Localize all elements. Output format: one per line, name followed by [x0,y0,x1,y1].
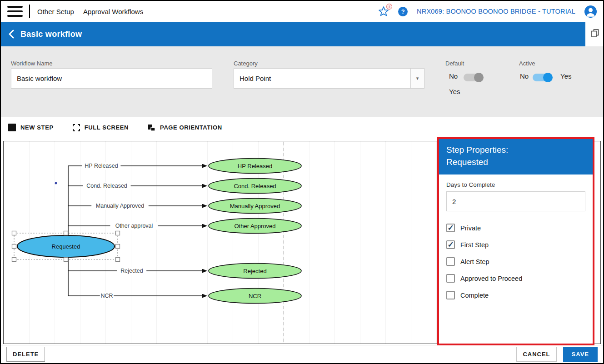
page-orientation-icon [148,124,155,131]
node-label: Requested [52,243,80,250]
hamburger-menu-icon[interactable] [7,6,23,17]
checkbox-unchecked-icon[interactable] [446,257,455,266]
transition-label[interactable]: Rejected [120,268,143,274]
breadcrumb-other-setup[interactable]: Other Setup [37,8,74,15]
back-button[interactable] [8,30,14,39]
checkbox-row-private[interactable]: ✓Private [446,224,585,232]
active-no-label: No [520,72,529,80]
cancel-button[interactable]: CANCEL [516,347,556,362]
checkbox-label: First Step [460,241,489,249]
toggle-knob [543,73,553,82]
transition-label[interactable]: HP Released [85,163,118,169]
full-screen-label: FULL SCREEN [85,124,129,131]
category-value: Hold Point [234,75,410,82]
stray-point [55,182,57,184]
save-button[interactable]: SAVE [563,347,598,362]
delete-button[interactable]: DELETE [6,347,45,362]
step-options-list: ✓Private✓First StepAlert StepApproved to… [446,224,585,299]
workflow-name-label: Workflow Name [11,60,53,67]
node-label: NCR [249,293,261,299]
top-bar: Other Setup Approval Workflows i ? NRX06… [1,1,603,22]
active-toggle[interactable] [533,74,552,81]
canvas-region: HP ReleasedCond. ReleasedManually Approv… [1,138,603,345]
breadcrumb: Other Setup Approval Workflows [37,8,143,15]
selection-handle[interactable] [64,258,68,262]
category-label: Category [234,60,258,67]
node-label: Other Approved [234,223,275,229]
checkbox-checked-icon[interactable]: ✓ [446,224,455,232]
footer-bar: DELETE CANCEL SAVE [1,345,603,363]
checkbox-unchecked-icon[interactable] [446,274,455,283]
workflow-form: Workflow Name Category Hold Point ▾ Defa… [1,46,603,117]
selection-handle[interactable] [116,258,120,262]
default-toggle[interactable] [464,74,483,81]
new-step-button[interactable]: NEW STEP [8,124,54,131]
category-select[interactable]: Hold Point ▾ [234,68,424,89]
default-label: Default [445,60,464,67]
checkbox-row-complete[interactable]: Complete [446,291,585,299]
selection-handle[interactable] [12,231,16,235]
page-header: Basic workflow [1,22,585,46]
step-properties-title-line2: Requested [446,156,585,169]
full-screen-icon [73,124,80,131]
project-selector[interactable]: NRX069: BOONOO BOONOO BRIDGE - TUTORIAL [417,8,575,15]
selection-handle[interactable] [12,258,16,262]
transition-label[interactable]: Cond. Released [86,183,127,189]
new-step-label: NEW STEP [20,124,54,131]
checkbox-row-approved-to-proceed[interactable]: Approved to Proceed [446,274,585,283]
person-icon [584,5,597,18]
checkbox-label: Alert Step [460,258,489,265]
node-label: HP Released [238,163,272,170]
step-properties-panel: Step Properties: Requested Days to Compl… [437,137,594,345]
page-orientation-label: PAGE ORIENTATION [160,124,222,131]
copy-icon[interactable] [591,29,599,39]
default-no-label: No [449,72,458,80]
selection-handle[interactable] [12,244,16,249]
transition-label[interactable]: Manually Approved [96,203,144,209]
full-screen-button[interactable]: FULL SCREEN [73,124,129,131]
step-properties-title-line1: Step Properties: [446,144,585,156]
checkbox-row-first-step[interactable]: ✓First Step [446,240,585,249]
user-avatar[interactable] [584,5,597,18]
new-step-icon [8,124,16,131]
node-label: Manually Approved [230,203,280,209]
page-title: Basic workflow [20,30,82,39]
default-yes-label: Yes [449,88,460,95]
chevron-left-icon [8,30,14,39]
checkbox-unchecked-icon[interactable] [446,291,455,299]
topbar-right: i ? NRX069: BOONOO BOONOO BRIDGE - TUTOR… [378,5,599,18]
days-to-complete-input[interactable] [446,191,585,211]
checkbox-label: Private [460,224,481,232]
selection-handle[interactable] [64,231,68,235]
breadcrumb-approval-workflows[interactable]: Approval Workflows [83,8,143,15]
checkbox-label: Complete [460,292,489,299]
step-properties-title: Step Properties: Requested [439,139,593,175]
transition-label[interactable]: NCR [100,293,113,299]
chevron-down-icon[interactable]: ▾ [410,69,424,88]
toggle-knob [474,73,484,82]
node-label: Cond. Released [234,183,276,189]
node-label: Rejected [243,268,266,274]
checkbox-label: Approved to Proceed [460,275,522,282]
page-orientation-button[interactable]: PAGE ORIENTATION [148,124,222,131]
favorite-star-icon[interactable]: i [378,6,389,17]
workflow-name-input[interactable] [11,68,212,89]
days-to-complete-label: Days to Complete [446,181,495,188]
checkbox-checked-icon[interactable]: ✓ [446,240,455,249]
selection-handle[interactable] [116,244,120,249]
selection-handle[interactable] [116,231,120,235]
help-icon[interactable]: ? [398,7,408,16]
notification-badge: i [386,4,392,10]
active-label: Active [519,60,535,67]
topbar-divider [29,5,30,18]
canvas-toolbar: NEW STEP FULL SCREEN PAGE ORIENTATION [1,117,603,138]
checkbox-row-alert-step[interactable]: Alert Step [446,257,585,266]
active-yes-label: Yes [560,72,571,80]
step-properties-body: Days to Complete ✓Private✓First StepAler… [439,175,593,305]
transition-label[interactable]: Other approval [115,223,153,229]
app-window: Other Setup Approval Workflows i ? NRX06… [0,0,604,364]
